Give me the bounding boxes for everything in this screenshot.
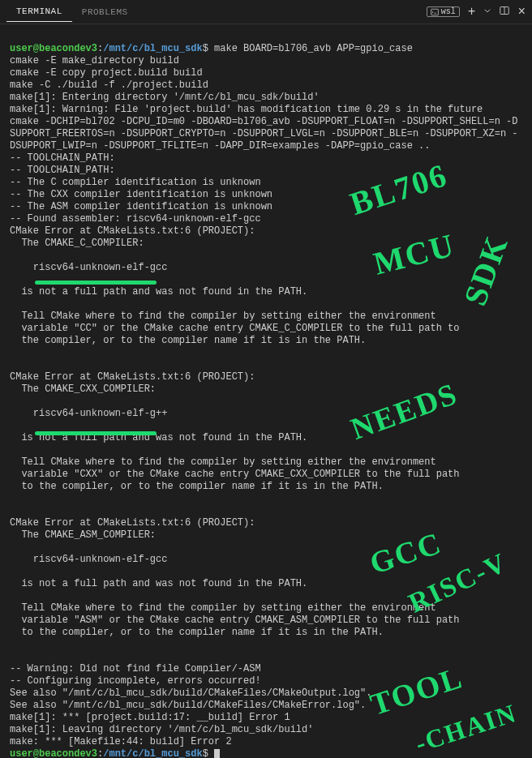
- output-line: to the compiler, or to the compiler name…: [10, 627, 522, 639]
- output-line: is not a full path and was not found in …: [10, 432, 522, 444]
- output-line: [10, 444, 522, 456]
- output-line: The CMAKE_CXX_COMPILER:: [10, 383, 522, 396]
- tab-terminal[interactable]: TERMINAL: [6, 2, 72, 22]
- output-line: -- The CXX compiler identification is un…: [10, 189, 522, 201]
- prompt-dollar-2: $: [203, 748, 208, 758]
- close-panel-button[interactable]: ×: [517, 5, 526, 19]
- output-line: CMake Error at CMakeLists.txt:6 (PROJECT…: [10, 225, 522, 238]
- output-line: riscv64-unknown-elf-gcc: [10, 262, 522, 274]
- prompt-path: /mnt/c/bl_mcu_sdk: [103, 43, 202, 54]
- output-line: [10, 298, 522, 310]
- prompt-user-2: user@beacondev3: [10, 748, 97, 758]
- output-line: make[1]: Entering directory '/mnt/c/bl_m…: [10, 92, 522, 104]
- output-line: Tell CMake where to find the compiler by…: [10, 456, 522, 469]
- output-line: [10, 493, 522, 505]
- output-line: -- TOOLCHAIN_PATH:: [10, 165, 522, 177]
- output-line: -- Found assembler: riscv64-unknown-elf-…: [10, 213, 522, 225]
- output-line: make[1]: Warning: File 'project.build' h…: [10, 104, 522, 116]
- cursor: [214, 749, 220, 758]
- tab-problems[interactable]: PROBLEMS: [72, 2, 138, 22]
- output-line: See also "/mnt/c/bl_mcu_sdk/build/CMakeF…: [10, 700, 522, 712]
- output-line: -- Warning: Did not find file Compiler/-…: [10, 663, 522, 675]
- output-line: [10, 590, 522, 602]
- output-line: -- The ASM compiler identification is un…: [10, 201, 522, 213]
- output-line: Tell CMake where to find the compiler by…: [10, 602, 522, 615]
- output-line: [10, 250, 522, 262]
- output-line: [10, 359, 522, 371]
- chevron-down-icon[interactable]: [483, 6, 491, 18]
- output-line: [10, 347, 522, 359]
- split-terminal-icon[interactable]: [500, 6, 509, 19]
- output-line: make[1]: Leaving directory '/mnt/c/bl_mc…: [10, 724, 522, 736]
- output-line: riscv64-unknown-elf-g++: [10, 408, 522, 420]
- output-line: The CMAKE_C_COMPILER:: [10, 238, 522, 250]
- output-line: -- The C compiler identification is unkn…: [10, 177, 522, 189]
- output-lines: cmake -E make_directory buildcmake -E co…: [10, 55, 522, 748]
- output-line: make -C ./build -f ./project.build: [10, 79, 522, 92]
- output-line: variable "CC" or the CMake cache entry C…: [10, 323, 522, 335]
- new-terminal-button[interactable]: +: [468, 5, 476, 19]
- output-line: [10, 651, 522, 663]
- output-line: The CMAKE_ASM_COMPILER:: [10, 529, 522, 542]
- svg-rect-0: [431, 9, 438, 15]
- terminal-icon: [431, 8, 439, 16]
- output-line: See also "/mnt/c/bl_mcu_sdk/build/CMakeF…: [10, 687, 522, 700]
- output-line: the compiler, or to the compiler name if…: [10, 335, 522, 347]
- terminal-toolbar: wsl + ×: [427, 5, 526, 19]
- output-line: [10, 542, 522, 554]
- output-line: is not a full path and was not found in …: [10, 286, 522, 298]
- output-line: [10, 505, 522, 517]
- output-line: Tell CMake where to find the compiler by…: [10, 310, 522, 323]
- output-line: cmake -E make_directory build: [10, 55, 522, 67]
- output-line: make[1]: *** [project.build:17: __build]…: [10, 712, 522, 724]
- output-line: cmake -DCHIP=bl702 -DCPU_ID=m0 -DBOARD=b…: [10, 116, 522, 152]
- output-line: CMake Error at CMakeLists.txt:6 (PROJECT…: [10, 371, 522, 383]
- command-text: make BOARD=bl706_avb APP=gpio_case: [214, 43, 413, 54]
- output-line: is not a full path and was not found in …: [10, 578, 522, 590]
- output-line: -- Configuring incomplete, errors occurr…: [10, 675, 522, 687]
- tab-bar: TERMINAL PROBLEMS wsl + ×: [0, 0, 532, 24]
- output-line: [10, 639, 522, 651]
- output-line: [10, 274, 522, 286]
- prompt-dollar: $: [203, 43, 208, 54]
- output-line: variable "ASM" or the CMake cache entry …: [10, 615, 522, 627]
- shell-label: wsl: [441, 7, 456, 16]
- output-line: variable "CXX" or the CMake cache entry …: [10, 469, 522, 481]
- output-line: [10, 566, 522, 578]
- output-line: riscv64-unknown-elf-gcc: [10, 554, 522, 566]
- output-line: [10, 396, 522, 408]
- shell-selector[interactable]: wsl: [427, 6, 460, 17]
- output-line: to the compiler, or to the compiler name…: [10, 481, 522, 493]
- output-line: CMake Error at CMakeLists.txt:6 (PROJECT…: [10, 517, 522, 529]
- prompt-user: user@beacondev3: [10, 43, 97, 54]
- output-line: [10, 420, 522, 432]
- prompt-path-2: /mnt/c/bl_mcu_sdk: [103, 748, 202, 758]
- output-line: -- TOOLCHAIN_PATH:: [10, 152, 522, 165]
- output-line: make: *** [Makefile:44: build] Error 2: [10, 736, 522, 748]
- terminal-output[interactable]: user@beacondev3:/mnt/c/bl_mcu_sdk$ make …: [0, 24, 532, 758]
- output-line: cmake -E copy project.build build: [10, 67, 522, 79]
